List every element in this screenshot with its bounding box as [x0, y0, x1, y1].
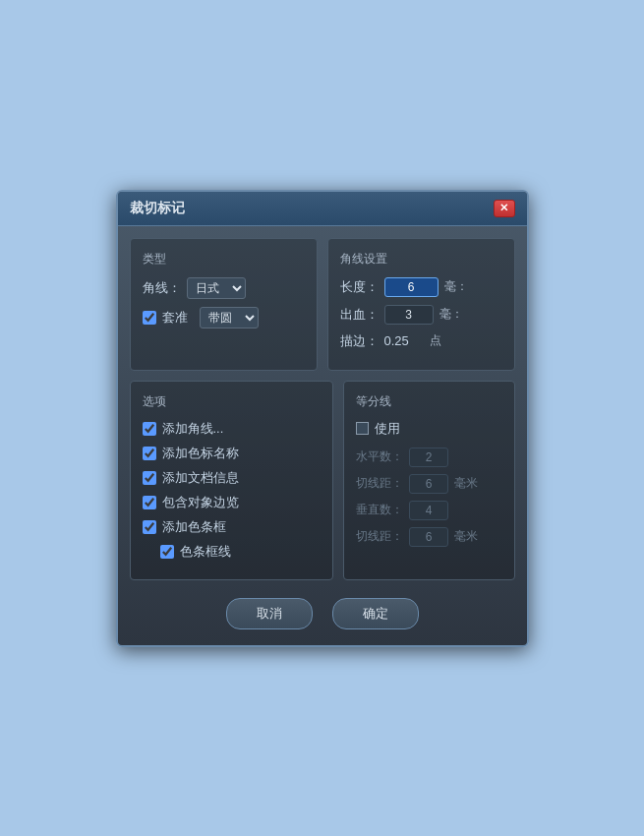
corner-row: 角线： 日式 西式 — [143, 277, 305, 299]
bisector-panel: 等分线 使用 水平数： 切线距： 毫米 垂直数： — [343, 381, 515, 580]
dialog-body: 类型 角线： 日式 西式 套准 带圆 无圆 — [118, 226, 527, 645]
top-row: 类型 角线： 日式 西式 套准 带圆 无圆 — [130, 238, 515, 371]
stroke-value: 0.25 — [384, 333, 424, 348]
h-count-input — [409, 448, 448, 467]
length-label: 长度： — [340, 278, 379, 296]
option-checkbox-4[interactable] — [143, 520, 156, 534]
bottom-buttons: 取消 确定 — [130, 590, 515, 633]
h-count-row: 水平数： — [356, 448, 502, 467]
bleed-unit: 毫： — [439, 306, 463, 323]
option-label-1: 添加色标名称 — [162, 445, 239, 462]
option-checkbox-3[interactable] — [143, 496, 156, 509]
h-dist-unit: 毫米 — [454, 475, 478, 492]
options-panel: 选项 添加角线... 添加色标名称 添加文档信息 包含对象边览 — [130, 381, 334, 580]
bisector-panel-label: 等分线 — [356, 393, 502, 410]
option-label-2: 添加文档信息 — [162, 469, 239, 487]
option-item-0: 添加角线... — [143, 420, 322, 438]
registration-row: 套准 带圆 无圆 — [143, 307, 305, 328]
corner-settings-label: 角线设置 — [340, 251, 502, 268]
stroke-label: 描边： — [340, 332, 379, 350]
option-label-0: 添加角线... — [162, 420, 224, 438]
length-unit: 毫： — [444, 278, 468, 295]
options-panel-label: 选项 — [143, 393, 322, 410]
v-dist-unit: 毫米 — [454, 528, 478, 545]
option-checkbox-sub[interactable] — [160, 545, 174, 559]
corner-label: 角线： — [143, 279, 181, 297]
registration-select[interactable]: 带圆 无圆 — [200, 307, 259, 328]
option-item-1: 添加色标名称 — [143, 445, 322, 462]
option-checkbox-1[interactable] — [143, 447, 156, 460]
dialog-title: 裁切标记 — [130, 200, 185, 217]
option-item-4: 添加色条框 — [143, 518, 322, 536]
v-dist-label: 切线距： — [356, 528, 403, 545]
bisector-use-row: 使用 — [356, 420, 502, 438]
v-count-row: 垂直数： — [356, 501, 502, 520]
stroke-row: 描边： 0.25 点 — [340, 332, 502, 350]
v-dist-input — [409, 527, 448, 547]
bleed-input[interactable] — [384, 305, 434, 325]
option-item-2: 添加文档信息 — [143, 469, 322, 487]
option-checkbox-0[interactable] — [143, 422, 156, 436]
corner-select[interactable]: 日式 西式 — [187, 277, 246, 299]
h-dist-label: 切线距： — [356, 475, 403, 492]
type-panel: 类型 角线： 日式 西式 套准 带圆 无圆 — [130, 238, 318, 371]
bottom-row: 选项 添加角线... 添加色标名称 添加文档信息 包含对象边览 — [130, 381, 515, 580]
bisector-use-label: 使用 — [375, 420, 400, 438]
close-button[interactable]: ✕ — [494, 200, 515, 217]
bleed-row: 出血： 毫： — [340, 305, 502, 325]
dialog: 裁切标记 ✕ 类型 角线： 日式 西式 套准 带圆 — [116, 190, 529, 647]
registration-label: 套准 — [162, 309, 194, 327]
length-input[interactable] — [384, 277, 439, 297]
cancel-button[interactable]: 取消 — [226, 598, 313, 629]
type-panel-label: 类型 — [143, 251, 305, 268]
h-dist-row: 切线距： 毫米 — [356, 474, 502, 494]
corner-settings-panel: 角线设置 长度： 毫： 出血： 毫： 描边： 0.25 点 — [327, 238, 515, 371]
h-dist-input — [409, 474, 448, 494]
title-bar: 裁切标记 ✕ — [118, 192, 527, 226]
option-label-4: 添加色条框 — [162, 518, 226, 536]
registration-checkbox[interactable] — [143, 311, 156, 325]
option-sub-item: 色条框线 — [160, 543, 322, 561]
option-item-3: 包含对象边览 — [143, 494, 322, 511]
option-label-sub: 色条框线 — [180, 543, 231, 561]
option-label-3: 包含对象边览 — [162, 494, 239, 511]
v-dist-row: 切线距： 毫米 — [356, 527, 502, 547]
length-row: 长度： 毫： — [340, 277, 502, 297]
stroke-unit: 点 — [430, 332, 441, 349]
option-checkbox-2[interactable] — [143, 471, 156, 485]
bisector-use-checkbox[interactable] — [356, 422, 369, 435]
v-count-label: 垂直数： — [356, 502, 403, 518]
bleed-label: 出血： — [340, 306, 379, 324]
h-count-label: 水平数： — [356, 448, 403, 465]
ok-button[interactable]: 确定 — [332, 598, 419, 629]
v-count-input — [409, 501, 448, 520]
